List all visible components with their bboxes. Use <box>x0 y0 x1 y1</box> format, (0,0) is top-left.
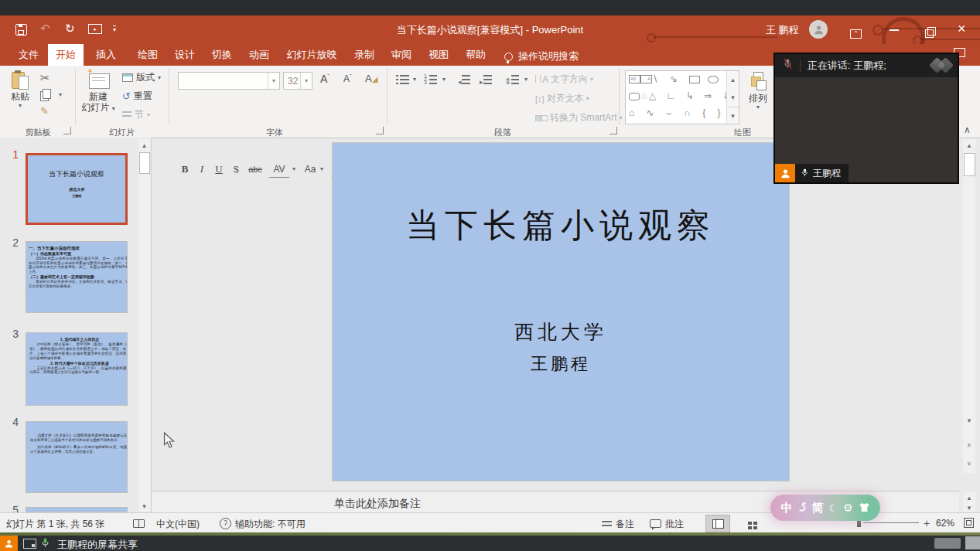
accessibility-icon[interactable]: ʔ <box>220 517 231 529</box>
character-spacing-caret[interactable]: ▾ <box>292 166 295 172</box>
tab-draw[interactable]: 绘图 <box>131 44 164 66</box>
slide-canvas[interactable]: 当下长篇小说观察 西北大学 王鹏程 <box>333 143 789 481</box>
font-size-combobox[interactable]: 32 ▾ <box>283 72 312 90</box>
ime-skin-icon[interactable] <box>859 502 870 515</box>
section-button[interactable]: 节▾ <box>122 110 150 121</box>
thumbnail-scrollbar[interactable]: ▴ ▾ <box>138 139 150 512</box>
font-name-dropdown[interactable]: ▾ <box>268 73 279 89</box>
tell-me-search[interactable]: 操作说明搜索 <box>518 49 579 63</box>
cut-icon[interactable]: ✂ <box>40 72 50 83</box>
paragraph-dialog-launcher[interactable] <box>610 127 617 134</box>
main-scrollbar[interactable]: ▴ ▾ « » <box>963 139 975 473</box>
minimize-button[interactable] <box>890 29 899 31</box>
ime-simplified[interactable]: 简 <box>811 501 823 515</box>
numbering-caret[interactable]: ▾ <box>442 77 446 83</box>
clipboard-dialog-launcher[interactable] <box>63 127 71 134</box>
thumbnail-slide-2[interactable]: 一、当下长篇小说创作现状 （一）作品数量非常可观 2019年长篇小说的出版数量已… <box>26 241 128 313</box>
screen-share-icon[interactable] <box>23 539 36 549</box>
new-slide-button[interactable]: ＊ 新建 幻灯片 ▾ <box>80 70 116 114</box>
reset-button[interactable]: ↺ 重置 <box>122 91 152 102</box>
strikethrough-button[interactable]: abc <box>246 162 265 177</box>
tab-record[interactable]: 录制 <box>348 44 381 66</box>
copy-icon[interactable] <box>40 89 51 104</box>
next-slide-icon[interactable]: » <box>963 457 975 470</box>
meeting-video-overlay[interactable]: 正在讲话: 王鹏程; 王鹏程 <box>773 53 959 184</box>
slide-sorter-view-button[interactable] <box>738 515 761 531</box>
tab-view[interactable]: 视图 <box>422 44 455 66</box>
line-spacing-caret[interactable]: ▾ <box>524 77 528 83</box>
grow-font-button[interactable]: Aˆ <box>320 73 330 85</box>
line-spacing-button[interactable]: ⇕ <box>504 73 519 87</box>
underline-button[interactable]: U <box>212 162 226 177</box>
notes-scrollbar[interactable]: ▴ ▾ <box>963 492 975 512</box>
notes-toggle-icon[interactable] <box>602 519 612 530</box>
ime-night-mode-icon[interactable]: ☾ <box>828 502 838 514</box>
shrink-font-button[interactable]: Aˇ <box>343 73 352 84</box>
thumbnail-slide-1[interactable]: 当下长篇小说观察 西北大学 王鹏程 <box>26 153 128 225</box>
ime-settings-gear-icon[interactable]: ⚙ <box>843 502 853 514</box>
change-case-button[interactable]: Aa <box>302 162 319 177</box>
text-direction-button[interactable]: A 文字方向▾ <box>535 73 593 86</box>
zoom-slider-track[interactable] <box>863 522 919 523</box>
collapse-ribbon-icon[interactable]: ∧ <box>964 124 971 135</box>
paste-button[interactable]: 粘贴 ▾ <box>6 70 34 109</box>
font-dialog-launcher[interactable] <box>376 127 384 134</box>
mic-muted-icon[interactable] <box>783 58 793 73</box>
font-size-dropdown[interactable]: ▾ <box>300 73 312 89</box>
decrease-indent-button[interactable]: ◂ <box>458 73 470 87</box>
avatar[interactable] <box>809 20 828 39</box>
ime-toolbar[interactable]: 中 简 ☾ ⚙ <box>770 495 880 521</box>
tab-insert[interactable]: 插入 <box>90 44 122 66</box>
fit-to-window-icon[interactable] <box>964 518 974 530</box>
comments-toggle-icon[interactable] <box>650 519 661 530</box>
clear-formatting-button[interactable]: A◢ <box>365 73 377 84</box>
thumbnail-slide-5[interactable] <box>26 507 128 512</box>
previous-slide-icon[interactable]: « <box>963 439 975 451</box>
copy-caret[interactable]: ▾ <box>59 92 62 98</box>
notes-scroll-down-icon[interactable]: ▾ <box>963 502 975 512</box>
gallery-up-icon[interactable]: ▴ <box>727 71 739 88</box>
ime-chinese-mode[interactable]: 中 <box>780 501 792 515</box>
thumbnail-slide-3[interactable]: 1. 现代城市之人间百态 这中间的《烟火漫卷》、贾平凹的《暂坐》、滕肖澜的《心居… <box>26 332 128 406</box>
thumbnail-slide-4[interactable]: 冯骥才的《艺术家们》以钢笔和画笔两种笔触描摹楚云天、洛夫和罗潜三位画家半个多世纪… <box>26 421 128 493</box>
change-case-caret[interactable]: ▾ <box>320 166 323 172</box>
restore-button[interactable] <box>925 27 934 41</box>
slide-title[interactable]: 当下长篇小说观察 <box>333 203 789 248</box>
normal-view-button[interactable] <box>705 515 730 532</box>
notes-scroll-up-icon[interactable]: ▴ <box>963 492 975 502</box>
language-indicator[interactable]: 中文(中国) <box>156 518 200 531</box>
tab-slideshow[interactable]: 幻灯片放映 <box>280 44 343 66</box>
tab-review[interactable]: 审阅 <box>385 44 418 66</box>
gallery-more-icon[interactable]: ▾ <box>727 107 739 124</box>
convert-smartart-button[interactable]: 转换为 SmartArt▾ <box>535 111 623 124</box>
ribbon-display-options-icon[interactable]: ⌃ <box>850 25 862 39</box>
scroll-thumb[interactable] <box>964 153 975 176</box>
text-shadow-button[interactable]: S <box>229 162 243 177</box>
shape-gallery-scroll[interactable]: ▴ ▾ ▾ <box>726 71 739 124</box>
gallery-down-icon[interactable]: ▾ <box>727 89 739 106</box>
comments-toggle-label[interactable]: 批注 <box>665 518 684 531</box>
italic-button[interactable]: I <box>195 162 209 177</box>
close-button[interactable]: × <box>958 21 966 37</box>
numbering-button[interactable]: 1 2 3 <box>424 73 437 87</box>
tab-design[interactable]: 设计 <box>169 44 201 66</box>
slide-author[interactable]: 王鹏程 <box>333 352 789 376</box>
tab-help[interactable]: 帮助 <box>459 44 492 66</box>
account-name[interactable]: 王 鹏程 <box>766 23 799 37</box>
bullets-button[interactable] <box>396 73 409 87</box>
slide-counter[interactable]: 幻灯片 第 1 张, 共 56 张 <box>6 518 104 531</box>
zoom-in-button[interactable]: + <box>924 517 930 529</box>
tab-file[interactable]: 文件 <box>14 44 43 66</box>
thumb-scroll-down-icon[interactable]: ▾ <box>138 500 150 512</box>
font-name-combobox[interactable]: ▾ <box>178 72 280 90</box>
thumb-scroll-thumb[interactable] <box>139 152 150 174</box>
ime-voice-icon[interactable] <box>797 502 806 515</box>
tab-transitions[interactable]: 切换 <box>206 44 238 66</box>
tab-animations[interactable]: 动画 <box>243 44 275 66</box>
scroll-up-icon[interactable]: ▴ <box>963 139 975 151</box>
notes-toggle-label[interactable]: 备注 <box>616 518 634 531</box>
bullets-caret[interactable]: ▾ <box>413 77 416 83</box>
participant-icon[interactable] <box>0 536 18 551</box>
bold-button[interactable]: B <box>178 162 192 177</box>
zoom-level[interactable]: 62% <box>936 518 954 529</box>
